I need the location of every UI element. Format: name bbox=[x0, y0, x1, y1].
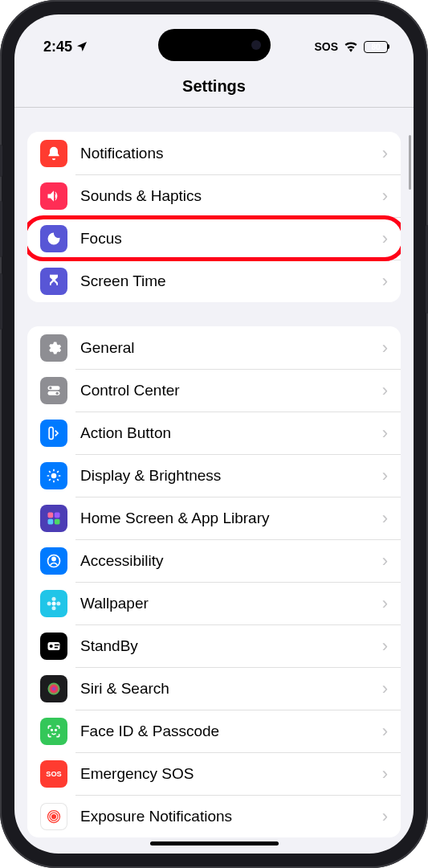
settings-row-sounds[interactable]: Sounds & Haptics› bbox=[27, 174, 401, 217]
action-icon bbox=[40, 420, 67, 447]
svg-rect-19 bbox=[55, 644, 59, 645]
chevron-right-icon: › bbox=[382, 636, 388, 657]
bell-icon bbox=[40, 140, 67, 167]
faceid-icon bbox=[40, 718, 67, 745]
settings-row-exposure[interactable]: Exposure Notifications› bbox=[27, 795, 401, 837]
iphone-frame: 2:45 SOS 80 Settings Notifications›Sound… bbox=[0, 0, 428, 868]
row-label: Display & Brightness bbox=[80, 467, 382, 485]
settings-row-screentime[interactable]: Screen Time› bbox=[27, 260, 401, 302]
row-label: Face ID & Passcode bbox=[80, 723, 382, 740]
row-label: Siri & Search bbox=[80, 680, 382, 698]
svg-point-15 bbox=[47, 601, 51, 605]
settings-row-wallpaper[interactable]: Wallpaper› bbox=[27, 582, 401, 624]
settings-row-actionbutton[interactable]: Action Button› bbox=[27, 411, 401, 454]
svg-text:SOS: SOS bbox=[46, 770, 61, 778]
svg-rect-9 bbox=[55, 518, 60, 524]
svg-point-18 bbox=[50, 644, 53, 647]
chevron-right-icon: › bbox=[382, 764, 388, 784]
svg-rect-6 bbox=[48, 512, 54, 518]
chevron-right-icon: › bbox=[382, 465, 388, 486]
settings-row-focus[interactable]: Focus› bbox=[27, 217, 401, 260]
settings-content[interactable]: Notifications›Sounds & Haptics›Focus›Scr… bbox=[14, 108, 414, 850]
svg-point-22 bbox=[51, 729, 53, 731]
dynamic-island bbox=[158, 29, 271, 61]
row-label: Wallpaper bbox=[80, 595, 382, 612]
settings-row-homescreen[interactable]: Home Screen & App Library› bbox=[27, 497, 401, 539]
settings-group: General›Control Center›Action Button›Dis… bbox=[27, 326, 401, 837]
settings-row-general[interactable]: General› bbox=[27, 326, 401, 369]
svg-point-21 bbox=[48, 682, 60, 694]
settings-row-faceid[interactable]: Face ID & Passcode› bbox=[27, 710, 401, 752]
row-label: Focus bbox=[80, 230, 382, 248]
chevron-right-icon: › bbox=[382, 806, 388, 827]
svg-rect-8 bbox=[48, 518, 54, 524]
status-time: 2:45 bbox=[43, 39, 72, 55]
settings-row-sos-row[interactable]: SOSEmergency SOS› bbox=[27, 752, 401, 795]
settings-row-siri[interactable]: Siri & Search› bbox=[27, 667, 401, 710]
settings-row-standby[interactable]: StandBy› bbox=[27, 624, 401, 667]
chevron-right-icon: › bbox=[382, 678, 388, 699]
switches-icon bbox=[40, 377, 67, 404]
chevron-right-icon: › bbox=[382, 338, 388, 358]
sos-icon: SOS bbox=[40, 760, 67, 788]
svg-point-2 bbox=[49, 387, 51, 389]
settings-row-accessibility[interactable]: Accessibility› bbox=[27, 539, 401, 582]
row-label: Emergency SOS bbox=[80, 765, 382, 783]
chevron-right-icon: › bbox=[382, 271, 388, 292]
settings-row-controlcenter[interactable]: Control Center› bbox=[27, 369, 401, 411]
svg-rect-7 bbox=[55, 512, 60, 518]
settings-row-notifications[interactable]: Notifications› bbox=[27, 132, 401, 174]
chevron-right-icon: › bbox=[382, 228, 388, 249]
chevron-right-icon: › bbox=[382, 551, 388, 571]
sos-indicator: SOS bbox=[314, 40, 338, 53]
svg-point-3 bbox=[56, 391, 59, 394]
standby-icon bbox=[40, 633, 67, 660]
svg-rect-20 bbox=[55, 646, 58, 648]
svg-point-25 bbox=[52, 814, 56, 818]
person-icon bbox=[40, 547, 67, 575]
svg-point-16 bbox=[56, 601, 60, 605]
row-label: Home Screen & App Library bbox=[80, 510, 382, 527]
siri-icon bbox=[40, 675, 67, 702]
grid-icon bbox=[40, 505, 67, 532]
volume-down-button bbox=[0, 273, 2, 330]
row-label: Action Button bbox=[80, 424, 382, 442]
scroll-indicator[interactable] bbox=[409, 135, 411, 190]
svg-point-14 bbox=[52, 606, 56, 610]
svg-point-11 bbox=[52, 557, 55, 560]
home-indicator[interactable] bbox=[150, 841, 279, 845]
wifi-icon bbox=[344, 41, 358, 52]
row-label: StandBy bbox=[80, 637, 382, 655]
screen: 2:45 SOS 80 Settings Notifications›Sound… bbox=[14, 14, 414, 854]
row-label: Sounds & Haptics bbox=[80, 187, 382, 205]
row-label: Control Center bbox=[80, 382, 382, 399]
svg-point-12 bbox=[52, 601, 56, 605]
svg-rect-4 bbox=[49, 427, 53, 439]
settings-group: Notifications›Sounds & Haptics›Focus›Scr… bbox=[27, 132, 401, 302]
chevron-right-icon: › bbox=[382, 721, 388, 742]
gear-icon bbox=[40, 334, 67, 362]
chevron-right-icon: › bbox=[382, 423, 388, 444]
chevron-right-icon: › bbox=[382, 186, 388, 207]
svg-point-5 bbox=[51, 473, 57, 478]
location-icon bbox=[75, 40, 88, 53]
row-label: Exposure Notifications bbox=[80, 808, 382, 825]
settings-row-display[interactable]: Display & Brightness› bbox=[27, 454, 401, 497]
mute-switch bbox=[0, 145, 2, 177]
exposure-icon bbox=[40, 803, 67, 830]
chevron-right-icon: › bbox=[382, 380, 388, 401]
row-label: Accessibility bbox=[80, 552, 382, 570]
chevron-right-icon: › bbox=[382, 143, 388, 164]
svg-point-23 bbox=[55, 729, 57, 731]
row-label: Screen Time bbox=[80, 272, 382, 290]
row-label: Notifications bbox=[80, 145, 382, 162]
moon-icon bbox=[40, 225, 67, 252]
volume-up-button bbox=[0, 201, 2, 257]
flower-icon bbox=[40, 590, 67, 617]
battery-indicator: 80 bbox=[364, 41, 389, 53]
sun-icon bbox=[40, 462, 67, 489]
chevron-right-icon: › bbox=[382, 508, 388, 529]
row-label: General bbox=[80, 339, 382, 357]
svg-point-13 bbox=[52, 596, 56, 600]
speaker-icon bbox=[40, 182, 67, 210]
